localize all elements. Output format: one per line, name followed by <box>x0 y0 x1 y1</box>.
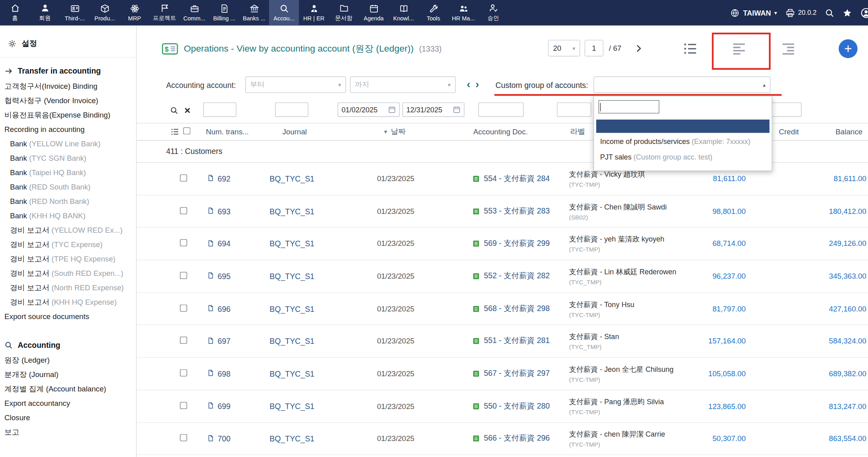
journal-link[interactable]: BQ_TYC_S1 <box>269 369 314 378</box>
dropdown-option[interactable]: PJT sales (Custom group acc. test) <box>596 151 769 164</box>
nav-item-commerce[interactable]: Comm... <box>180 0 210 26</box>
sidebar-item[interactable]: Recording in accounting <box>0 122 136 137</box>
sidebar-item[interactable]: Bank (TYC SGN Bank) <box>0 151 136 166</box>
nav-item-third-party[interactable]: Third-... <box>60 0 90 26</box>
sidebar-item[interactable]: 비용전표묶음(Expense Binding) <box>0 108 136 122</box>
nav-item-tools[interactable]: Tools <box>419 0 449 26</box>
sidebar-item[interactable]: Bank (RED North Bank) <box>0 194 136 209</box>
transaction-number-link[interactable]: 696 <box>207 304 231 313</box>
view-grouped-icon[interactable] <box>780 41 796 56</box>
row-checkbox[interactable] <box>180 207 187 214</box>
sidebar-item[interactable]: 원장 (Ledger) <box>0 353 136 367</box>
accounting-doc-link[interactable]: 554 - 支付薪資 284 <box>472 174 550 184</box>
accounting-doc-link[interactable]: 568 - 支付薪資 298 <box>472 304 550 314</box>
sidebar-item[interactable]: Bank (KHH HQ BANK) <box>0 209 136 223</box>
nav-item-members[interactable]: 회원 <box>30 0 60 26</box>
sidebar-item[interactable]: 경비 보고서 (South RED Expen...) <box>0 266 136 281</box>
transaction-number-link[interactable]: 694 <box>207 239 231 248</box>
row-checkbox[interactable] <box>180 434 187 441</box>
view-by-account-icon[interactable] <box>731 41 747 56</box>
nav-item-billing[interactable]: Billing ... <box>209 0 239 26</box>
page-size-select[interactable]: 20 ▾ <box>548 40 580 57</box>
col-header-credit[interactable]: Credit <box>779 128 799 136</box>
transaction-number-link[interactable]: 700 <box>207 434 231 443</box>
transaction-number-link[interactable]: 695 <box>207 272 231 281</box>
row-checkbox[interactable] <box>180 304 187 311</box>
filter-label-input[interactable] <box>557 102 591 117</box>
accounting-doc-link[interactable]: 567 - 支付薪資 297 <box>472 369 550 379</box>
sidebar-item[interactable]: Bank (RED South Bank) <box>0 180 136 194</box>
sidebar-item[interactable]: 경비 보고서 (TYC Expense) <box>0 237 136 252</box>
sidebar-item[interactable]: Bank (Taipei HQ Bank) <box>0 166 136 180</box>
dropdown-option[interactable]: Income of products/services (Example: 7x… <box>596 135 769 148</box>
transaction-number-link[interactable]: 692 <box>207 174 231 183</box>
col-header-journal[interactable]: Journal <box>282 128 307 136</box>
sidebar-item[interactable]: 협력사청구 (Vendor Invoice) <box>0 94 136 108</box>
col-header-label[interactable]: 라벨 <box>570 127 585 137</box>
nav-item-hr-ma[interactable]: HR Ma... <box>449 0 479 26</box>
nav-item-knowledge[interactable]: Knowl... <box>389 0 419 26</box>
add-button[interactable]: + <box>839 39 858 58</box>
sort-desc-icon[interactable]: ▼ <box>383 129 388 135</box>
accounting-doc-link[interactable]: 569 - 支付薪資 299 <box>472 239 550 249</box>
transaction-number-link[interactable]: 697 <box>207 337 231 345</box>
next-account-button[interactable]: › <box>475 78 479 91</box>
view-list-icon[interactable] <box>682 41 698 56</box>
filter-amount-input[interactable] <box>770 102 802 117</box>
sidebar-item[interactable]: 계정별 집계 (Account balance) <box>0 382 136 396</box>
user-icon[interactable] <box>860 7 868 18</box>
accounting-doc-link[interactable]: 553 - 支付薪資 283 <box>472 206 550 216</box>
dropdown-search-input[interactable] <box>599 100 659 114</box>
nav-item-accounting[interactable]: Accou... <box>269 0 299 26</box>
print-version[interactable]: 20.0.2 <box>785 8 816 18</box>
journal-link[interactable]: BQ_TYC_S1 <box>269 402 314 411</box>
sidebar-item[interactable]: 고객청구서(Invoice) Binding <box>0 79 136 94</box>
sidebar-item[interactable]: Bank (YELLOW Line Bank) <box>0 137 136 151</box>
search-icon[interactable] <box>825 8 834 18</box>
next-page-button[interactable] <box>634 44 643 53</box>
date-from-input[interactable]: 01/02/2025 <box>338 102 400 117</box>
custom-group-select[interactable]: ▴ <box>593 76 770 93</box>
select-all-checkbox[interactable] <box>183 127 190 134</box>
nav-item-home[interactable]: 홈 <box>0 0 30 26</box>
sidebar-item[interactable]: Closure <box>0 411 136 425</box>
row-checkbox[interactable] <box>180 174 187 182</box>
filter-num-input[interactable] <box>203 102 236 117</box>
dropdown-option[interactable] <box>596 120 769 133</box>
sidebar-item[interactable]: 경비 보고서 (TPE HQ Expense) <box>0 252 136 266</box>
account-to-select[interactable]: 까지 ▾ <box>350 76 455 93</box>
sidebar-settings[interactable]: 설정 <box>0 26 136 58</box>
accounting-doc-link[interactable]: 552 - 支付薪資 282 <box>472 271 550 281</box>
col-header-balance[interactable]: Balance <box>836 128 863 136</box>
page-number-input[interactable] <box>585 40 603 57</box>
row-checkbox[interactable] <box>180 239 187 246</box>
clear-filters-icon[interactable]: × <box>184 105 190 116</box>
row-checkbox[interactable] <box>180 369 187 376</box>
accounting-doc-link[interactable]: 550 - 支付薪資 280 <box>472 401 550 411</box>
row-checkbox[interactable] <box>180 337 187 344</box>
columns-icon[interactable] <box>170 127 179 136</box>
nav-item-agenda[interactable]: Agenda <box>359 0 389 26</box>
accounting-doc-link[interactable]: 551 - 支付薪資 281 <box>472 336 550 346</box>
journal-link[interactable]: BQ_TYC_S1 <box>269 239 314 248</box>
col-header-num[interactable]: Num. trans... <box>206 128 249 136</box>
sidebar-item[interactable]: 경비 보고서 (KHH HQ Expense) <box>0 295 136 309</box>
transaction-number-link[interactable]: 693 <box>207 207 231 216</box>
calendar-icon[interactable] <box>453 106 461 113</box>
journal-link[interactable]: BQ_TYC_S1 <box>269 174 314 183</box>
nav-item-hr-er[interactable]: HR | ER <box>299 0 329 26</box>
journal-link[interactable]: BQ_TYC_S1 <box>269 207 314 216</box>
journal-link[interactable]: BQ_TYC_S1 <box>269 304 314 313</box>
sidebar-item[interactable]: 분개장 (Journal) <box>0 367 136 382</box>
accounting-doc-link[interactable]: 566 - 支付薪資 296 <box>472 434 550 444</box>
col-header-doc[interactable]: Accounting Doc. <box>473 128 528 136</box>
row-checkbox[interactable] <box>180 272 187 279</box>
nav-item-products[interactable]: Produ... <box>90 0 120 26</box>
transaction-number-link[interactable]: 699 <box>207 402 231 411</box>
col-header-date[interactable]: 날짜 <box>391 127 406 137</box>
sidebar-item[interactable]: 보고 <box>0 425 136 439</box>
date-to-input[interactable]: 12/31/2025 <box>403 102 465 117</box>
nav-item-banks[interactable]: Banks ... <box>239 0 269 26</box>
sidebar-item[interactable]: Export source documents <box>0 309 136 324</box>
nav-item-documents[interactable]: 문서함 <box>329 0 359 26</box>
